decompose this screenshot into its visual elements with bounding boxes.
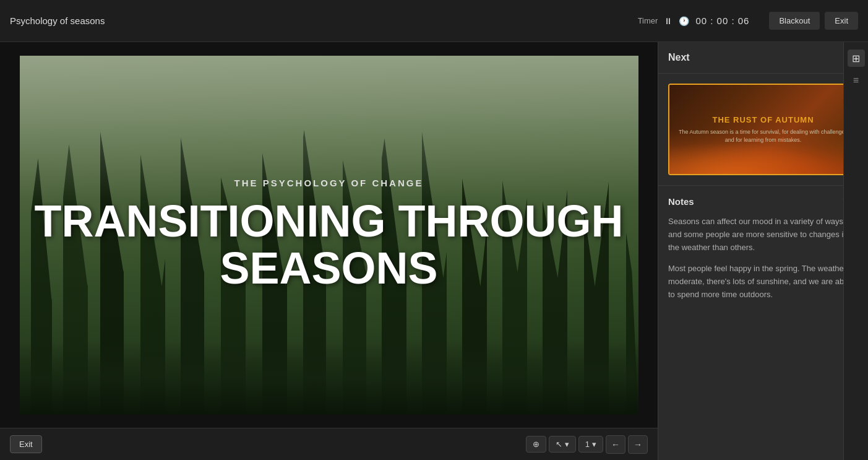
pointer-button[interactable]: ↖ ▾ <box>549 436 576 453</box>
prev-icon: ← <box>611 440 620 449</box>
blackout-button[interactable]: Blackout <box>769 12 820 30</box>
panel-next-label: Next <box>668 52 690 63</box>
notes-paragraph-2: Most people feel happy in the spring. Th… <box>668 263 858 301</box>
notes-section: Notes T T Seasons can affect our mood in… <box>658 186 868 460</box>
pointer-icon: ↖ <box>556 440 562 449</box>
app-title: Psychology of seasons <box>10 15 638 26</box>
right-panel: Next 🗑 THE RUST OF AUTUMN The Autumn sea… <box>658 42 868 460</box>
slide-area: THE PSYCHOLOGY OF CHANGE TRANSITIONING T… <box>0 42 658 460</box>
slide-number: 1 <box>585 440 590 449</box>
next-icon: → <box>634 440 642 449</box>
top-bar: Psychology of seasons Timer ⏸ 🕐 00 : 00 … <box>0 0 868 42</box>
main-content: THE PSYCHOLOGY OF CHANGE TRANSITIONING T… <box>0 42 868 460</box>
slide-num-dropdown-arrow: ▾ <box>592 440 596 449</box>
prev-slide-button[interactable]: ← <box>606 435 625 454</box>
timer-reset-button[interactable]: 🕐 <box>677 15 690 27</box>
zoom-button[interactable]: ⊕ <box>526 436 546 453</box>
toolbar-right-controls: ⊕ ↖ ▾ 1 ▾ ← → <box>526 435 648 454</box>
timer-pause-button[interactable]: ⏸ <box>663 15 674 27</box>
pointer-dropdown-arrow: ▾ <box>565 440 569 449</box>
next-slide-button[interactable]: → <box>628 435 648 454</box>
slide-title: TRANSITIONING THROUGH SEASONS <box>32 198 626 292</box>
timer-display: 00 : 00 : 06 <box>695 15 749 26</box>
panel-tab-notes[interactable]: ≡ <box>848 72 865 89</box>
slide-subtitle: THE PSYCHOLOGY OF CHANGE <box>234 178 424 188</box>
panel-header: Next 🗑 <box>658 42 868 74</box>
slide-number-button[interactable]: 1 ▾ <box>578 436 603 453</box>
slide: THE PSYCHOLOGY OF CHANGE TRANSITIONING T… <box>20 56 638 415</box>
notes-text: Seasons can affect our mood in a variety… <box>668 215 858 302</box>
next-slide-area: THE RUST OF AUTUMN The Autumn season is … <box>658 74 868 186</box>
notes-header: Notes T T <box>668 196 858 207</box>
notes-paragraph-1: Seasons can affect our mood in a variety… <box>668 215 858 254</box>
slide-wrapper: THE PSYCHOLOGY OF CHANGE TRANSITIONING T… <box>0 42 658 428</box>
exit-header-button[interactable]: Exit <box>825 12 858 30</box>
timer-section: Timer ⏸ 🕐 00 : 00 : 06 <box>638 15 750 27</box>
zoom-icon: ⊕ <box>533 440 539 449</box>
panel-tab-grid[interactable]: ⊞ <box>848 50 865 67</box>
thumbnail-content: THE RUST OF AUTUMN The Autumn season is … <box>669 85 857 174</box>
next-slide-thumbnail[interactable]: THE RUST OF AUTUMN The Autumn season is … <box>668 84 858 175</box>
side-panel-tabs: ⊞ ≡ <box>843 42 868 460</box>
exit-button[interactable]: Exit <box>10 435 42 453</box>
timer-label: Timer <box>638 16 658 25</box>
bottom-toolbar: Exit ⊕ ↖ ▾ 1 ▾ ← → <box>0 428 658 460</box>
notes-title: Notes <box>668 196 694 207</box>
slide-content: THE PSYCHOLOGY OF CHANGE TRANSITIONING T… <box>20 56 638 415</box>
thumbnail-subtitle: The Autumn season is a time for survival… <box>676 128 851 144</box>
timer-controls: ⏸ 🕐 <box>663 15 690 27</box>
thumbnail-title: THE RUST OF AUTUMN <box>712 115 814 124</box>
